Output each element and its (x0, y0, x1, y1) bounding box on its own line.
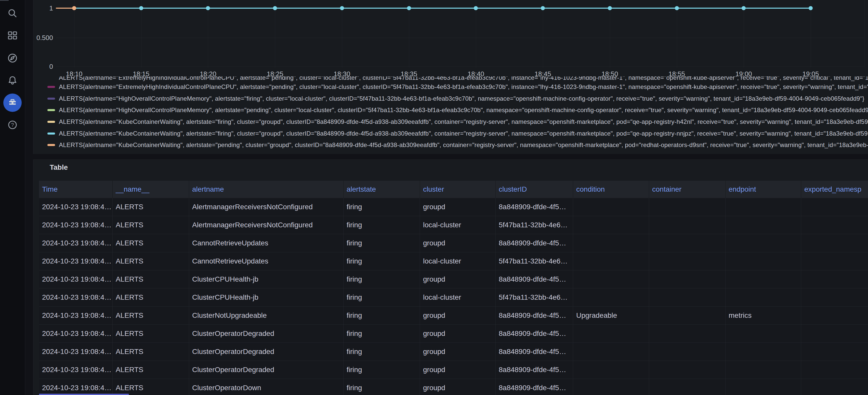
table-cell: 8a848909-dfde-4f5… (496, 379, 573, 395)
table-cell: 5f47ba11-32bb-4e6… (496, 252, 573, 270)
table-cell: 8a848909-dfde-4f5… (496, 234, 573, 252)
alerting-bell-icon[interactable] (3, 71, 22, 90)
table-cell: AlertmanagerReceiversNotConfigured (189, 198, 344, 216)
table-cell (801, 198, 868, 216)
table-cell (801, 325, 868, 342)
table-cell: firing (344, 343, 420, 361)
table-cell: firing (344, 234, 420, 252)
table-cell: ALERTS (113, 343, 189, 361)
table-cell: ALERTS (113, 270, 189, 288)
table-cell: 2024-10-23 19:08:4… (39, 234, 113, 252)
table-cell: firing (344, 198, 420, 216)
table-row: 2024-10-23 19:08:4…ALERTSClusterCPUHealt… (39, 288, 868, 307)
column-header-alertname[interactable]: alertname (189, 181, 344, 198)
table-cell: 2024-10-23 19:08:4… (39, 252, 113, 270)
table-cell (801, 343, 868, 361)
legend-series-swatch (48, 109, 55, 111)
table-cell: firing (344, 379, 420, 395)
column-header-clusterID[interactable]: clusterID (496, 181, 573, 198)
data-point-teal (809, 6, 813, 10)
dashboards-grid-icon[interactable] (3, 27, 22, 45)
timeseries-panel: 10.5000 18:1018:1518:2018:2518:3018:3518… (33, 0, 868, 154)
column-header-Time[interactable]: Time (39, 181, 113, 198)
table-row: 2024-10-23 19:08:4…ALERTSAlertmanagerRec… (39, 198, 868, 216)
table-cell: 2024-10-23 19:08:4… (39, 343, 113, 361)
search-icon[interactable] (3, 4, 22, 23)
table-cell (725, 198, 801, 216)
table-cell: 2024-10-23 19:08:4… (39, 325, 113, 342)
table-cell (649, 270, 725, 288)
table-cell: ALERTS (113, 379, 189, 395)
table-cell: ClusterNotUpgradeable (189, 307, 344, 325)
data-point-teal (675, 6, 679, 10)
horizontal-scrollbar-thumb[interactable] (39, 394, 129, 395)
table-cell: 2024-10-23 19:08:4… (39, 307, 113, 325)
table-cell (725, 252, 801, 270)
legend-series-label: ALERTS{alertname="HighOverallControlPlan… (59, 95, 864, 102)
table-cell: groupd (420, 343, 496, 361)
table-cell: 8a848909-dfde-4f5… (496, 270, 573, 288)
table-cell: 8a848909-dfde-4f5… (496, 343, 573, 361)
explore-compass-icon[interactable] (3, 49, 22, 67)
column-header-__name__[interactable]: __name__ (113, 181, 189, 198)
table-cell: 8a848909-dfde-4f5… (496, 307, 573, 325)
question-glyph: ? (11, 122, 14, 128)
y-axis-label: 1 (33, 5, 53, 11)
table-cell: ALERTS (113, 325, 189, 342)
top-edge-fragment (0, 0, 9, 1)
legend-item[interactable]: ALERTS{alertname="KubeContainerWaiting",… (48, 118, 868, 126)
table-row: 2024-10-23 19:08:4…ALERTSCannotRetrieveU… (39, 252, 868, 270)
table-cell: local-cluster (420, 252, 496, 270)
timeseries-plot[interactable]: 10.5000 18:1018:1518:2018:2518:3018:3518… (33, 0, 868, 77)
table-row: 2024-10-23 19:08:4…ALERTSClusterCPUHealt… (39, 270, 868, 288)
table-cell (649, 361, 725, 379)
legend-item[interactable]: ALERTS{alertname="HighOverallControlPlan… (48, 106, 868, 114)
table-cell (649, 343, 725, 361)
column-header-endpoint[interactable]: endpoint (725, 181, 801, 198)
table-cell (649, 216, 725, 234)
table-cell: ClusterOperatorDegraded (189, 325, 344, 342)
table-cell (801, 361, 868, 379)
table-cell: CannotRetrieveUpdates (189, 252, 344, 270)
table-cell: firing (344, 288, 420, 306)
table-cell (573, 288, 649, 306)
data-point-teal (407, 6, 411, 10)
column-header-exported_namesp[interactable]: exported_namesp (801, 181, 868, 198)
table-cell: local-cluster (420, 288, 496, 306)
legend-item[interactable]: ALERTS{alertname="HighOverallControlPlan… (48, 95, 868, 102)
table-cell (649, 307, 725, 325)
table-cell: ALERTS (113, 216, 189, 234)
column-header-cluster[interactable]: cluster (420, 181, 496, 198)
data-point-teal (742, 6, 746, 10)
table-cell (725, 234, 801, 252)
table-row: 2024-10-23 19:08:4…ALERTSClusterOperator… (39, 325, 868, 343)
legend-series-swatch (48, 121, 55, 123)
help-icon[interactable]: ? (3, 116, 22, 134)
table-cell (725, 216, 801, 234)
table-cell: 5f47ba11-32bb-4e6… (496, 288, 573, 306)
table-cell (801, 379, 868, 395)
table-cell: metrics (725, 307, 801, 325)
table-cell: firing (344, 252, 420, 270)
legend-series-swatch (48, 86, 55, 88)
legend-item[interactable]: ALERTS{alertname="ExtremelyHighIndividua… (48, 83, 868, 91)
table-cell (725, 343, 801, 361)
legend-series-label: ALERTS{alertname="KubeContainerWaiting",… (59, 130, 868, 137)
table-cell: local-cluster (420, 216, 496, 234)
column-header-container[interactable]: container (649, 181, 725, 198)
legend-item[interactable]: ALERTS{alertname="KubeContainerWaiting",… (48, 130, 868, 138)
y-axis-label: 0 (33, 63, 53, 70)
legend-series-label: ALERTS{alertname="ExtremelyHighIndividua… (59, 77, 868, 81)
legend-item[interactable]: ALERTS{alertname="ExtremelyHighIndividua… (48, 77, 868, 82)
gridline-horizontal (56, 38, 864, 38)
table-cell: firing (344, 270, 420, 288)
table-cell (801, 252, 868, 270)
data-point-teal (608, 6, 612, 10)
column-header-condition[interactable]: condition (573, 181, 649, 198)
data-point-teal (273, 6, 277, 10)
column-header-alertstate[interactable]: alertstate (344, 181, 420, 198)
toolbox-app-icon[interactable] (3, 93, 22, 112)
table-cell (725, 325, 801, 342)
legend-item[interactable]: ALERTS{alertname="KubeContainerWaiting",… (48, 141, 868, 149)
series-line-orange (56, 8, 74, 9)
